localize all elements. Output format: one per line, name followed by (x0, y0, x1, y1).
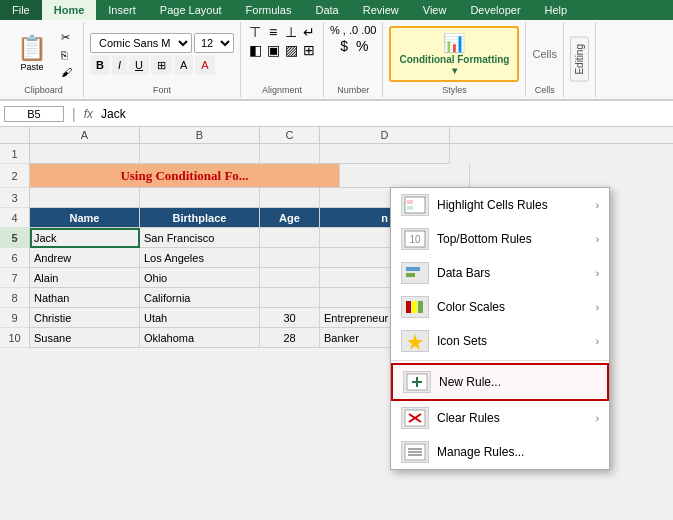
clipboard-label: Clipboard (24, 84, 63, 95)
menu-item-icon-sets[interactable]: Icon Sets › (391, 324, 609, 358)
cell-d8[interactable] (260, 288, 320, 308)
align-bottom-button[interactable]: ⊥ (283, 24, 299, 40)
align-right-button[interactable]: ▨ (283, 42, 299, 58)
clipboard-group: 📋 Paste ✂ ⎘ 🖌 Clipboard (4, 22, 84, 97)
cell-d10[interactable]: 28 (260, 328, 320, 348)
formula-input[interactable] (97, 106, 669, 122)
col-header-d[interactable]: C (260, 127, 320, 143)
tab-insert[interactable]: Insert (96, 0, 148, 20)
cell-b6[interactable]: Andrew (30, 248, 140, 268)
clear-rules-arrow: › (596, 413, 599, 424)
tab-view[interactable]: View (411, 0, 459, 20)
menu-item-new-rule[interactable]: New Rule... (391, 363, 609, 401)
align-left-button[interactable]: ◧ (247, 42, 263, 58)
menu-item-color-scales[interactable]: Color Scales › (391, 290, 609, 324)
align-center-button[interactable]: ▣ (265, 42, 281, 58)
svg-rect-6 (406, 273, 415, 277)
cell-c3[interactable] (140, 188, 260, 208)
tab-file[interactable]: File (0, 0, 42, 20)
editing-group: Editing (564, 22, 596, 97)
cell-d1[interactable] (260, 144, 320, 164)
font-size-select[interactable]: 12 (194, 33, 234, 53)
cell-e2[interactable] (340, 164, 470, 188)
menu-item-highlight-cells[interactable]: Highlight Cells Rules › (391, 188, 609, 222)
cell-d6[interactable] (260, 248, 320, 268)
menu-item-manage-rules[interactable]: Manage Rules... (391, 435, 609, 469)
cell-b7[interactable]: Alain (30, 268, 140, 288)
cell-d5[interactable] (260, 228, 320, 248)
font-color-button[interactable]: A (195, 55, 214, 75)
tab-formulas[interactable]: Formulas (234, 0, 304, 20)
cell-c6[interactable]: Los Angeles (140, 248, 260, 268)
cell-c8[interactable]: California (140, 288, 260, 308)
cell-c7[interactable]: Ohio (140, 268, 260, 288)
cell-b9[interactable]: Christie (30, 308, 140, 328)
icon-sets-icon (401, 330, 429, 352)
row-num-2: 2 (0, 164, 29, 188)
highlight-cells-icon (401, 194, 429, 216)
cell-b1[interactable] (30, 144, 140, 164)
cell-c10[interactable]: Oklahoma (140, 328, 260, 348)
cell-c5[interactable]: San Francisco (140, 228, 260, 248)
tab-page-layout[interactable]: Page Layout (148, 0, 234, 20)
clear-rules-icon (401, 407, 429, 429)
font-controls: Comic Sans M 12 B I U ⊞ A A (90, 33, 234, 75)
svg-text:10: 10 (409, 234, 421, 245)
cell-c1[interactable] (140, 144, 260, 164)
styles-group-content: 📊 Conditional Formatting ▾ (389, 24, 519, 84)
cell-d9[interactable]: 30 (260, 308, 320, 328)
cf-icon: 📊 (443, 32, 465, 54)
cell-b8[interactable]: Nathan (30, 288, 140, 308)
col-header-b[interactable]: A (30, 127, 140, 143)
cell-b5[interactable]: Jack (30, 228, 140, 248)
tab-home[interactable]: Home (42, 0, 97, 20)
tab-data[interactable]: Data (303, 0, 350, 20)
menu-item-data-bars[interactable]: Data Bars › (391, 256, 609, 290)
cell-c9[interactable]: Utah (140, 308, 260, 328)
paste-button[interactable]: 📋 Paste (10, 31, 54, 77)
manage-rules-label: Manage Rules... (437, 445, 599, 459)
cf-arrow-icon: ▾ (452, 65, 457, 76)
percent-button[interactable]: % (354, 38, 370, 54)
wrap-text-button[interactable]: ↵ (301, 24, 317, 40)
col-header-c[interactable]: B (140, 127, 260, 143)
bold-button[interactable]: B (90, 55, 110, 75)
fill-color-button[interactable]: A (174, 55, 193, 75)
alignment-group: ⊤ ≡ ⊥ ↵ ◧ ▣ ▨ ⊞ Alignment (241, 22, 324, 97)
cell-d3[interactable] (260, 188, 320, 208)
font-label: Font (153, 84, 171, 95)
menu-item-top-bottom[interactable]: 10 Top/Bottom Rules › (391, 222, 609, 256)
copy-button[interactable]: ⎘ (56, 47, 77, 63)
font-row-2: B I U ⊞ A A (90, 55, 234, 75)
editing-button[interactable]: Editing (570, 37, 589, 82)
cell-b3[interactable] (30, 188, 140, 208)
cell-b4[interactable]: Name (30, 208, 140, 228)
cell-c4[interactable]: Birthplace (140, 208, 260, 228)
format-painter-button[interactable]: 🖌 (56, 64, 77, 80)
manage-rules-icon (401, 441, 429, 463)
cell-d7[interactable] (260, 268, 320, 288)
cell-e1[interactable] (320, 144, 450, 164)
tab-developer[interactable]: Developer (458, 0, 532, 20)
align-middle-button[interactable]: ≡ (265, 24, 281, 40)
cell-b10[interactable]: Susane (30, 328, 140, 348)
tab-review[interactable]: Review (351, 0, 411, 20)
merge-button[interactable]: ⊞ (301, 42, 317, 58)
col-header-e[interactable]: D (320, 127, 450, 143)
new-rule-icon (403, 371, 431, 393)
number-format-button[interactable]: $ (336, 38, 352, 54)
cell-title[interactable]: Using Conditional Fo... (30, 164, 340, 188)
svg-rect-2 (407, 206, 413, 210)
conditional-formatting-button[interactable]: 📊 Conditional Formatting ▾ (389, 26, 519, 82)
cell-reference-input[interactable] (4, 106, 64, 122)
menu-item-clear-rules[interactable]: Clear Rules › (391, 401, 609, 435)
cut-button[interactable]: ✂ (56, 29, 77, 46)
row-header-corner (0, 127, 30, 143)
cell-d4[interactable]: Age (260, 208, 320, 228)
font-name-select[interactable]: Comic Sans M (90, 33, 192, 53)
italic-button[interactable]: I (112, 55, 127, 75)
align-top-button[interactable]: ⊤ (247, 24, 263, 40)
tab-help[interactable]: Help (533, 0, 580, 20)
underline-button[interactable]: U (129, 55, 149, 75)
border-button[interactable]: ⊞ (151, 55, 172, 75)
